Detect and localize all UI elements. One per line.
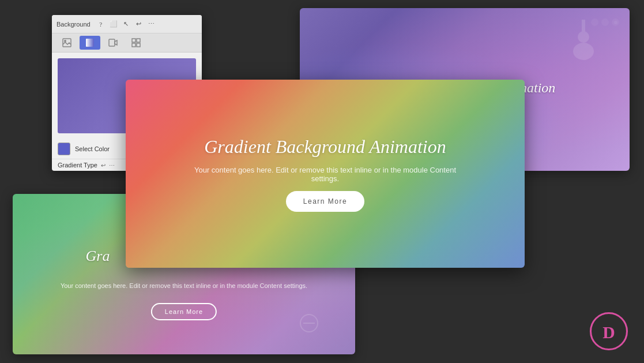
editor-toolbar: Background ? ⬜ ↖ ↩ ⋯ — [52, 15, 202, 33]
editor-tabs — [52, 33, 202, 53]
tab-gradient[interactable] — [80, 36, 100, 50]
undo-icon[interactable]: ↩ — [134, 20, 144, 29]
svg-rect-2 — [582, 20, 585, 37]
color-select-label: Select Color — [75, 145, 110, 152]
color-swatch[interactable] — [58, 143, 70, 155]
card-back-left-learn-more[interactable]: Learn More — [151, 303, 217, 320]
deco-shapes-left — [297, 312, 321, 337]
learn-more-button-front[interactable]: Learn More — [286, 191, 364, 212]
deco-guitar-right — [569, 17, 598, 65]
tab-image[interactable] — [57, 36, 77, 50]
card-front: Gradient Background Animation Your conte… — [126, 80, 525, 268]
card-front-title: Gradient Background Animation — [204, 136, 446, 158]
more-icon[interactable]: ⋯ — [147, 20, 156, 29]
svg-rect-9 — [137, 39, 140, 42]
svg-rect-5 — [86, 39, 94, 47]
svg-marker-7 — [115, 40, 117, 45]
card-front-learn-more[interactable]: Learn More — [286, 191, 364, 212]
tab-pattern[interactable] — [126, 36, 146, 50]
divi-logo: D — [589, 311, 629, 351]
gradient-type-label: Gradient Type — [58, 162, 97, 169]
card-front-subtitle: Your content goes here. Edit or remove t… — [187, 166, 464, 183]
svg-rect-11 — [137, 43, 140, 47]
svg-rect-10 — [132, 43, 135, 47]
svg-point-0 — [573, 43, 594, 60]
card-back-left-subtitle: Your content goes here. Edit or remove t… — [61, 282, 307, 289]
arrow-icon[interactable]: ↖ — [122, 20, 131, 29]
gradient-reset-icon[interactable]: ↩ — [101, 162, 106, 169]
editor-panel-label: Background — [57, 21, 91, 28]
gradient-more-icon[interactable]: ⋯ — [109, 162, 115, 169]
svg-rect-8 — [132, 39, 135, 42]
learn-more-button-left[interactable]: Learn More — [151, 303, 217, 320]
copy-icon[interactable]: ⬜ — [109, 20, 118, 29]
help-icon[interactable]: ? — [96, 20, 106, 29]
svg-rect-6 — [109, 39, 115, 46]
svg-text:D: D — [602, 323, 615, 342]
tab-video[interactable] — [103, 36, 123, 50]
